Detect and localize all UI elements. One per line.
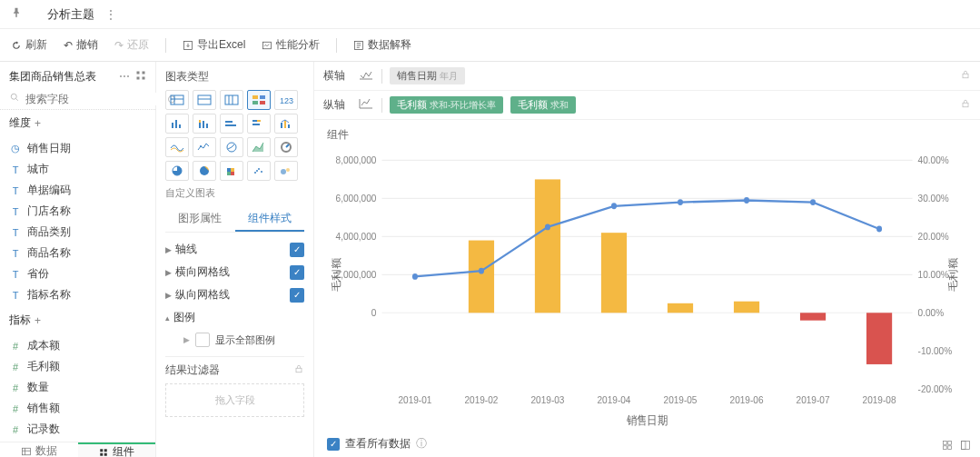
- metric-item[interactable]: #毛利额: [0, 356, 155, 377]
- undo-button[interactable]: ↶撤销: [64, 37, 98, 53]
- x-pill[interactable]: 销售日期 年月: [390, 67, 465, 84]
- svg-rect-4: [143, 72, 145, 75]
- chart-plot[interactable]: 8,000,0006,000,0004,000,0002,000,000040.…: [327, 150, 967, 431]
- dim-label: 省份: [27, 266, 49, 282]
- chart-type-option[interactable]: [220, 137, 243, 157]
- chart-type-option[interactable]: [165, 161, 189, 181]
- text-icon: T: [9, 206, 22, 217]
- svg-rect-24: [199, 123, 201, 128]
- check-vgrid[interactable]: ✓: [290, 288, 304, 303]
- svg-text:销售日期: 销售日期: [626, 413, 668, 427]
- svg-rect-71: [469, 241, 494, 313]
- prop-axis-line[interactable]: ▶轴线 ✓: [165, 238, 304, 261]
- prop-legend[interactable]: ▴图例: [165, 306, 304, 329]
- dim-item[interactable]: T商品类别: [0, 222, 155, 243]
- dim-item[interactable]: T商品名称: [0, 243, 155, 263]
- chart-type-option[interactable]: 123: [274, 90, 298, 110]
- tab-shape[interactable]: 图形属性: [165, 207, 235, 232]
- footer-grid-icon[interactable]: [942, 440, 953, 453]
- dataset-more-icon[interactable]: ⋯: [119, 70, 130, 84]
- chart-type-option[interactable]: [165, 90, 189, 110]
- svg-rect-74: [668, 303, 693, 313]
- svg-rect-33: [281, 123, 282, 128]
- chart-type-option[interactable]: [220, 114, 243, 134]
- chart-type-option[interactable]: [274, 137, 298, 157]
- chart-type-option[interactable]: [247, 161, 271, 181]
- metric-item[interactable]: #数量: [0, 377, 155, 398]
- dataset-grid-icon[interactable]: [135, 70, 146, 84]
- dim-item[interactable]: ◷销售日期: [0, 138, 155, 159]
- x-lock-icon[interactable]: [960, 69, 971, 83]
- svg-rect-50: [296, 368, 302, 373]
- check-viewall[interactable]: ✓: [327, 438, 340, 451]
- prop-vgrid[interactable]: ▶纵向网格线 ✓: [165, 283, 304, 306]
- filter-dropzone[interactable]: 拖入字段: [165, 383, 304, 417]
- y-pill-1[interactable]: 毛利额 求和: [510, 96, 576, 114]
- y-axis-type-icon[interactable]: [358, 97, 374, 113]
- chart-type-option[interactable]: [165, 114, 189, 134]
- svg-text:123: 123: [280, 96, 293, 105]
- chart-type-option[interactable]: [274, 161, 298, 181]
- chart-type-option[interactable]: [165, 137, 189, 157]
- dim-item[interactable]: T单据编码: [0, 180, 155, 201]
- chart-type-option[interactable]: [193, 161, 216, 181]
- tab-component[interactable]: 组件: [78, 442, 156, 457]
- chart-type-option[interactable]: [247, 137, 271, 157]
- dim-item[interactable]: T门店名称: [0, 201, 155, 222]
- check-hgrid[interactable]: ✓: [290, 265, 304, 280]
- chart-type-option[interactable]: [193, 137, 216, 157]
- svg-rect-1: [263, 42, 272, 49]
- dim-label: 指标名称: [27, 287, 71, 303]
- svg-text:2019-01: 2019-01: [398, 394, 431, 406]
- chart-type-option[interactable]: [193, 90, 216, 110]
- export-button[interactable]: 导出Excel: [183, 37, 245, 53]
- search-input[interactable]: [25, 93, 162, 105]
- lock-icon[interactable]: [293, 363, 304, 377]
- more-icon[interactable]: ⋮: [105, 8, 116, 21]
- explain-button[interactable]: 数据解释: [353, 37, 411, 53]
- dim-label: 单据编码: [27, 183, 71, 198]
- chart-type-option[interactable]: [247, 90, 271, 110]
- perf-button[interactable]: 性能分析: [262, 37, 320, 53]
- check-axis-line[interactable]: ✓: [290, 243, 304, 257]
- y-axis-label: 纵轴: [323, 97, 351, 113]
- chart-type-option[interactable]: [247, 114, 271, 134]
- svg-rect-27: [206, 124, 208, 128]
- dim-item[interactable]: T省份: [0, 263, 155, 284]
- svg-rect-8: [22, 448, 30, 455]
- prop-hgrid[interactable]: ▶横向网格线 ✓: [165, 261, 304, 283]
- svg-text:8,000,000: 8,000,000: [336, 154, 377, 165]
- metric-item[interactable]: #记录数: [0, 419, 155, 440]
- metric-item[interactable]: #成本额: [0, 335, 155, 356]
- check-legend-all[interactable]: ✓: [195, 333, 210, 347]
- chart-type-option[interactable]: [220, 90, 243, 110]
- chart-type-option[interactable]: [193, 114, 216, 134]
- chart-type-option[interactable]: [274, 114, 298, 134]
- svg-text:30.00%: 30.00%: [918, 192, 950, 204]
- x-axis-type-icon[interactable]: [358, 68, 374, 84]
- y-lock-icon[interactable]: [960, 98, 971, 112]
- redo-button[interactable]: ↷还原: [114, 37, 149, 53]
- svg-rect-35: [288, 124, 290, 128]
- dim-item[interactable]: T城市: [0, 159, 155, 180]
- pin-icon[interactable]: [11, 7, 22, 21]
- refresh-button[interactable]: 刷新: [11, 37, 47, 53]
- hash-icon: #: [9, 362, 22, 373]
- footer-expand-icon[interactable]: [960, 440, 971, 453]
- svg-rect-28: [225, 121, 233, 123]
- info-icon[interactable]: ⓘ: [416, 436, 427, 452]
- svg-rect-100: [948, 446, 952, 450]
- metric-item[interactable]: #销售额: [0, 398, 155, 419]
- chart-type-option[interactable]: [220, 161, 243, 181]
- svg-rect-29: [225, 124, 236, 126]
- svg-text:-20.00%: -20.00%: [918, 382, 953, 394]
- svg-rect-26: [203, 121, 204, 128]
- component-label: 组件: [314, 120, 980, 150]
- tab-style[interactable]: 组件样式: [235, 207, 305, 232]
- dataset-name[interactable]: 集团商品销售总表: [9, 69, 96, 84]
- svg-point-45: [258, 168, 260, 170]
- svg-rect-98: [948, 442, 952, 445]
- y-pill-0[interactable]: 毛利额 求和-环比增长率: [390, 96, 503, 114]
- dim-item[interactable]: T指标名称: [0, 284, 155, 305]
- tab-data[interactable]: 数据: [0, 442, 78, 457]
